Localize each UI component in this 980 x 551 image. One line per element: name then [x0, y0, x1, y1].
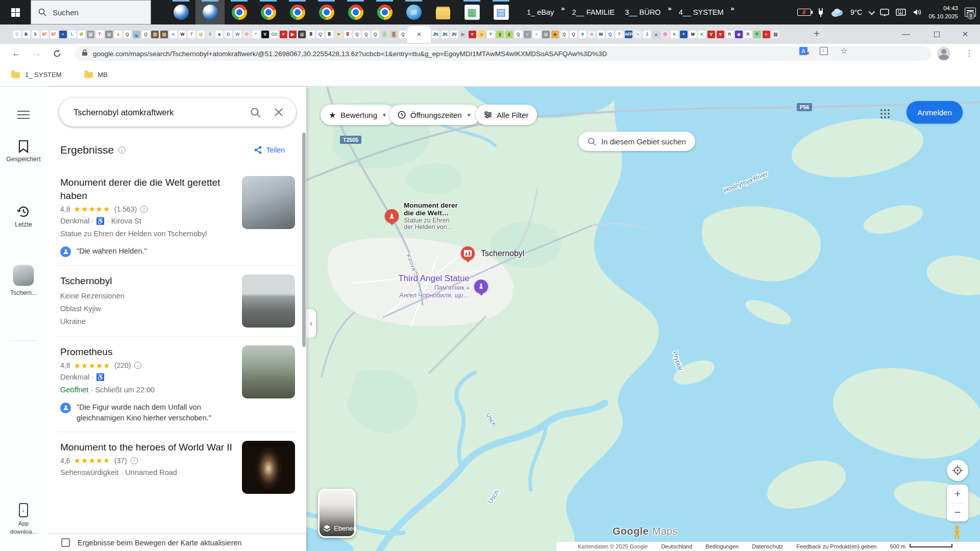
pinned-tab[interactable]: K — [697, 24, 706, 44]
zoom-out-button[interactable]: − — [947, 504, 968, 522]
pinned-tab[interactable]: k — [31, 24, 40, 44]
window-maximize-button[interactable] — [925, 24, 948, 44]
pinned-tab[interactable]: L — [67, 24, 77, 44]
new-tab-button[interactable]: + — [810, 27, 824, 41]
pinned-tab[interactable]: a — [113, 24, 122, 44]
pinned-tab[interactable]: ≡ — [58, 24, 67, 44]
pinned-tab[interactable]: ≡ — [762, 24, 771, 44]
pinned-tab[interactable]: Ⅲ — [306, 24, 315, 44]
pinned-tab[interactable]: AFP — [624, 24, 633, 44]
pinned-tab[interactable]: Q — [569, 24, 578, 44]
collapse-panel-button[interactable]: ‹ — [306, 309, 316, 338]
search-result[interactable]: Monument derer die die Welt gerettet hab… — [47, 167, 306, 265]
power-plug-icon[interactable] — [818, 8, 824, 17]
pinned-tab[interactable]: J — [642, 24, 651, 44]
pinned-tab[interactable]: Y — [486, 24, 495, 44]
pinned-tab[interactable]: ~ — [633, 24, 642, 44]
clock[interactable]: 04:43 05.10.2025 — [928, 4, 958, 20]
sidebar-item-place[interactable]: Tschern... — [0, 265, 47, 297]
pinned-tab[interactable]: Ⅲ — [325, 24, 334, 44]
window-close-button[interactable]: ✕ — [953, 24, 977, 44]
taskbar-app-iron[interactable] — [166, 0, 195, 24]
map-canvas[interactable]: T2505 P56 P56 Hostrytsya River Prypjat U… — [306, 87, 980, 551]
pinned-tab[interactable]: ▲ — [651, 24, 660, 44]
notification-center-icon[interactable]: 3 — [965, 8, 976, 17]
map-label-statue[interactable]: Third Angel Statue Пам'ятник « Ангел Чор… — [358, 273, 470, 299]
pinned-tab[interactable]: JN — [449, 24, 458, 44]
pinned-tab[interactable]: Q — [361, 24, 371, 44]
pinned-tab[interactable]: T — [187, 24, 196, 44]
pinned-tab[interactable]: + — [679, 24, 688, 44]
taskbar-search-input[interactable]: Suchen — [31, 0, 151, 24]
pinned-tab[interactable]: Q — [315, 24, 325, 44]
info-icon[interactable]: i — [118, 146, 126, 154]
pinned-tab[interactable]: W — [596, 24, 605, 44]
active-tab[interactable]: × — [407, 26, 431, 43]
screen-cast-icon[interactable] — [880, 9, 889, 16]
result-title[interactable]: Monument derer die die Welt gerettet hab… — [60, 176, 235, 203]
taskbar-app-chrome[interactable] — [370, 0, 399, 24]
pinned-tab[interactable]: Q — [398, 24, 407, 44]
google-apps-grid-icon[interactable] — [880, 109, 890, 118]
pinned-tab[interactable]: ◆ — [734, 24, 743, 44]
bookmark-folder-mb[interactable]: MB — [84, 71, 108, 79]
lock-icon[interactable] — [82, 49, 88, 58]
pinned-tab[interactable]: Q — [352, 24, 361, 44]
pinned-tab[interactable]: Q — [513, 24, 523, 44]
pinned-tab[interactable]: ▦ — [297, 24, 306, 44]
zoom-in-button[interactable]: + — [947, 485, 968, 503]
pinned-tab[interactable]: ▼ — [716, 24, 725, 44]
search-result[interactable]: Prometheus4,8★★★★★(220)iDenkmal · ♿Geöff… — [47, 337, 306, 432]
browser-menu-icon[interactable]: ⋮ — [962, 44, 977, 63]
result-title[interactable]: Tschernobyl — [60, 274, 235, 288]
pinned-tab[interactable]: S — [205, 24, 214, 44]
pinned-tab[interactable]: W — [178, 24, 187, 44]
pinned-tab[interactable]: V — [706, 24, 716, 44]
pinned-tab[interactable]: ≈ — [523, 24, 532, 44]
pinned-tab[interactable]: * — [251, 24, 260, 44]
volume-icon[interactable] — [913, 8, 922, 16]
search-result[interactable]: TschernobylKeine RezensionenOblast Kyjiw… — [47, 266, 306, 337]
map-pin-monument[interactable] — [385, 209, 399, 223]
panel-scrollbar[interactable] — [302, 133, 306, 347]
temperature-label[interactable]: 9°C — [850, 8, 863, 16]
filter-chip-all-filters[interactable]: Alle Filter — [476, 105, 537, 125]
weather-icon[interactable] — [830, 8, 844, 17]
forward-button[interactable]: → — [29, 44, 45, 63]
pinned-tab[interactable]: Q — [371, 24, 380, 44]
pinned-tab[interactable]: ▒ — [380, 24, 389, 44]
pinned-tab[interactable]: u — [477, 24, 486, 44]
result-title[interactable]: Prometheus — [60, 345, 235, 359]
sign-in-button[interactable]: Anmelden — [906, 101, 963, 123]
result-photo[interactable] — [242, 345, 295, 398]
info-icon[interactable]: i — [140, 206, 148, 213]
pinned-tab[interactable]: 67 — [49, 24, 58, 44]
taskbar-app-chrome[interactable] — [341, 0, 370, 24]
pinned-tab[interactable]: o — [587, 24, 596, 44]
taskbar-app-chrome[interactable] — [283, 0, 312, 24]
pinned-tab[interactable]: ▦ — [104, 24, 113, 44]
attribution-link[interactable]: Bedingungen — [705, 543, 739, 549]
taskbar-app-thunderbird[interactable] — [399, 0, 428, 24]
pinned-tab[interactable]: Ik — [21, 24, 31, 44]
taskbar-app-folder[interactable] — [428, 0, 457, 24]
sidebar-item-recents[interactable]: Letzte — [0, 205, 47, 229]
pinned-tab[interactable]: ? — [615, 24, 624, 44]
pinned-tab[interactable]: JN — [440, 24, 449, 44]
bookmark-folder-system[interactable]: 1_ SYSTEM — [11, 71, 62, 79]
pinned-tab[interactable]: ▥ — [159, 24, 168, 44]
bookmark-star-icon[interactable]: ☆ — [840, 47, 848, 55]
sidebar-item-saved[interactable]: Gespeichert — [0, 140, 47, 164]
pinned-tab[interactable]: ≡ — [532, 24, 541, 44]
pinned-tab[interactable]: K — [670, 24, 679, 44]
install-app-icon[interactable] — [820, 47, 828, 55]
pinned-tab[interactable]: ¤ — [334, 24, 343, 44]
pinned-tab[interactable]: ▶ — [288, 24, 297, 44]
info-icon[interactable]: i — [134, 362, 141, 369]
pinned-tab[interactable]: Q — [122, 24, 132, 44]
tab-close-icon[interactable]: × — [417, 31, 421, 38]
maps-search-box[interactable]: Tschernobyl atomkraftwerk — [59, 98, 296, 127]
pinned-tab[interactable]: ▮ — [504, 24, 513, 44]
pinned-tab[interactable]: O — [660, 24, 670, 44]
pinned-tab[interactable]: ▓ — [389, 24, 398, 44]
